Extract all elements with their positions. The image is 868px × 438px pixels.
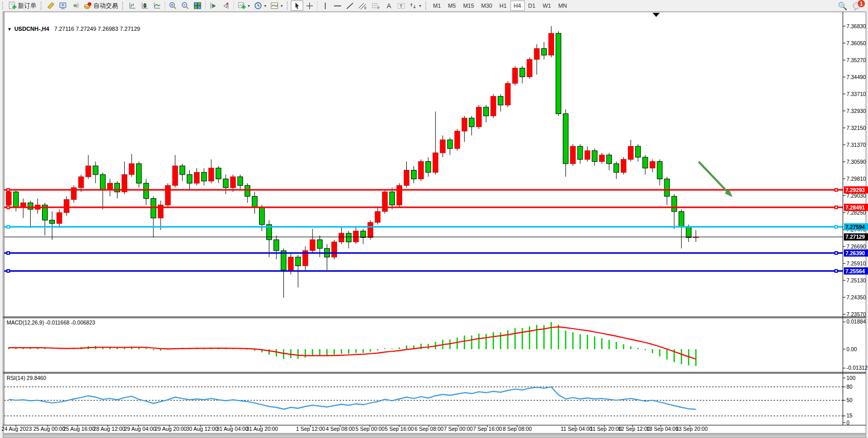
horizontal-line-tool-button[interactable] — [331, 1, 344, 11]
candle-up — [419, 162, 424, 179]
line-handle-center — [8, 270, 9, 272]
timeframe-w1[interactable]: W1 — [539, 1, 555, 11]
candle-up — [21, 203, 26, 207]
autotrading-button[interactable]: 自动交易 — [82, 1, 120, 11]
crosshair-icon — [306, 2, 313, 10]
candle-down — [484, 107, 489, 116]
candle-up — [585, 150, 590, 159]
line-handle-center — [8, 189, 9, 191]
timeframe-h4[interactable]: H4 — [510, 1, 525, 11]
timeframe-mn[interactable]: MN — [555, 1, 570, 11]
line-handle-center — [8, 206, 9, 208]
candle-up — [477, 107, 482, 127]
chart-menu-icon[interactable]: ▼ — [7, 27, 12, 32]
periods-button[interactable]: ▾ — [252, 1, 268, 11]
candle-up — [64, 200, 69, 213]
new-order-button[interactable]: 新订单 — [6, 1, 38, 11]
candle-down — [541, 49, 546, 55]
candle-down — [187, 175, 192, 183]
text-tool-button[interactable]: A — [383, 1, 395, 11]
trendline-tool-button[interactable] — [344, 1, 356, 11]
arrows-tool-button[interactable]: ▾ — [407, 1, 423, 11]
candle-up — [78, 177, 84, 187]
candle-down — [361, 231, 366, 238]
toolbar-grip[interactable] — [425, 2, 428, 10]
timeframe-m15[interactable]: M15 — [460, 1, 478, 11]
candle-up — [6, 192, 11, 205]
bar-chart-button[interactable] — [126, 1, 139, 11]
price-axis[interactable] — [843, 12, 868, 425]
toolbar-grip[interactable] — [41, 2, 43, 10]
new-order-icon — [8, 2, 16, 10]
arrows-icon — [409, 2, 417, 10]
candle-down — [592, 150, 597, 161]
candle-up — [570, 146, 576, 164]
notification-badge: 1 — [858, 0, 865, 7]
chart-ohlc: 7.27116 7.27249 7.26983 7.27129 — [54, 26, 140, 32]
cursor-tool-button[interactable] — [291, 1, 303, 11]
candle-up — [339, 233, 344, 242]
monitor-icon — [59, 2, 67, 10]
candle-up — [512, 68, 518, 84]
candle-down — [28, 203, 33, 210]
timeframe-m30[interactable]: M30 — [478, 1, 496, 11]
candle-up — [57, 213, 62, 223]
candle-down — [657, 162, 662, 179]
candle-down — [274, 240, 279, 251]
trendline-icon — [346, 2, 354, 10]
fibonacci-tool-button[interactable]: F — [369, 1, 383, 11]
candlestick-chart-button[interactable] — [139, 1, 151, 11]
candle-up — [107, 183, 112, 190]
candle-down — [245, 185, 250, 196]
candle-up — [404, 170, 409, 186]
candle-up — [310, 240, 315, 251]
autotrading-icon — [84, 2, 92, 10]
channel-tool-button[interactable]: E — [356, 1, 369, 11]
candle-down — [520, 68, 525, 77]
vertical-line-tool-button[interactable] — [319, 1, 331, 11]
timeframe-h1[interactable]: H1 — [496, 1, 510, 11]
signals-button[interactable] — [69, 1, 82, 11]
candle-down — [13, 192, 18, 207]
templates-button[interactable]: ▾ — [268, 1, 285, 11]
zoom-in-button[interactable] — [167, 1, 179, 11]
auto-scroll-button[interactable] — [220, 1, 232, 11]
candle-down — [606, 155, 611, 164]
candle-up — [230, 177, 235, 187]
timeframe-m5[interactable]: M5 — [444, 1, 459, 11]
new-chart-button[interactable]: ▾ — [235, 1, 252, 11]
zoom-out-button[interactable] — [179, 1, 191, 11]
main-toolbar: 新订单 — [0, 0, 868, 11]
candle-down — [180, 166, 185, 175]
candle-up — [549, 33, 554, 55]
svg-text:F: F — [378, 6, 380, 10]
new-chart-icon — [238, 2, 246, 10]
candle-up — [433, 153, 438, 173]
candle-down — [614, 164, 619, 173]
toolbar-grip[interactable] — [287, 2, 289, 10]
notifications-button[interactable]: 1 — [853, 1, 864, 11]
candle-up — [353, 231, 359, 242]
candle-down — [447, 140, 452, 148]
metaeditor-button[interactable] — [57, 1, 69, 11]
svg-text:T: T — [400, 4, 403, 9]
text-label-tool-button[interactable]: T — [395, 1, 407, 11]
dropdown-arrow-icon: ▾ — [248, 4, 250, 8]
cursor-icon — [293, 2, 301, 10]
toolbar-grip[interactable] — [122, 2, 125, 10]
quotes-button[interactable] — [45, 1, 57, 11]
candle-up — [288, 257, 293, 270]
candle-down — [556, 33, 561, 114]
toolbar-grip[interactable] — [2, 2, 5, 10]
candle-down — [686, 227, 691, 238]
search-icon[interactable]: 🔍 — [838, 2, 847, 10]
timeframe-m1[interactable]: M1 — [429, 1, 444, 11]
line-chart-button[interactable] — [151, 1, 163, 11]
tile-windows-button[interactable] — [191, 1, 204, 11]
dropdown-arrow-icon: ▾ — [281, 4, 283, 8]
timeframe-d1[interactable]: D1 — [525, 1, 539, 11]
chart-window: 7.368307.360507.352707.344907.337107.329… — [0, 11, 868, 438]
crosshair-tool-button[interactable] — [303, 1, 315, 11]
chart-shift-button[interactable] — [207, 1, 220, 11]
time-axis[interactable] — [4, 426, 843, 434]
